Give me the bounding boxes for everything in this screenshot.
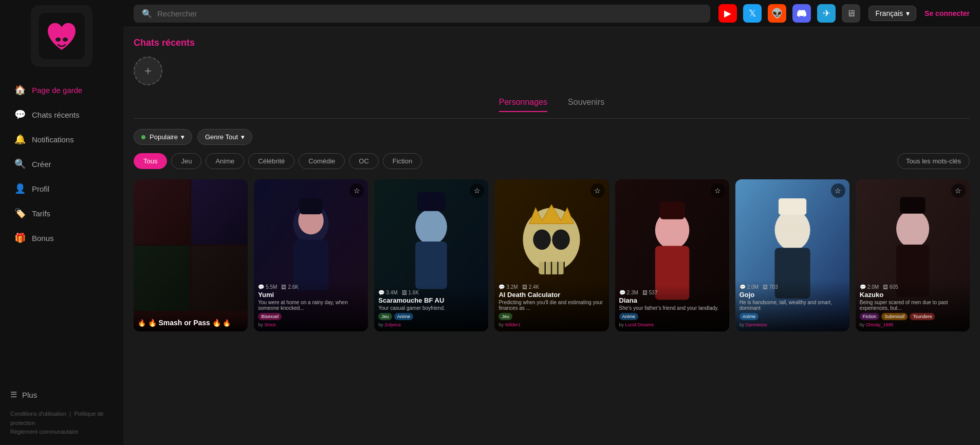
char-card-ai-death[interactable]: ☆ 💬 3.2M 🖼 2.4K AI Death Calculator Pred… (494, 179, 608, 331)
cat-fiction[interactable]: Fiction (383, 153, 422, 169)
sidebar-item-pricing-label: Tarifs (32, 209, 50, 218)
cat-comedie[interactable]: Comédie (299, 153, 345, 169)
scaramouche-images: 🖼 1.6K (402, 290, 419, 295)
sidebar-item-bonus[interactable]: 🎁 Bonus (4, 226, 119, 250)
smash-images (134, 179, 248, 311)
discord-button[interactable] (792, 4, 811, 23)
yumi-desc: You were at home on a rainy day, when so… (258, 300, 364, 311)
diana-favorite-button[interactable]: ☆ (711, 183, 725, 198)
scaramouche-tag-anime: Anime (394, 313, 414, 320)
svg-point-14 (533, 229, 551, 249)
twitter-button[interactable]: 𝕏 (743, 4, 762, 23)
youtube-button[interactable]: ▶ (718, 4, 737, 23)
community-link[interactable]: Règlement communautaire (10, 429, 78, 435)
tab-personnages[interactable]: Personnages (499, 98, 547, 112)
char-card-diana[interactable]: ☆ 💬 2.3M 🖼 537 Diana She's your father's… (615, 179, 729, 331)
char-card-row2-7[interactable] (856, 338, 970, 445)
svg-rect-29 (779, 198, 806, 215)
scaramouche-author: by Zulyeca (378, 322, 484, 327)
char-card-yumi[interactable]: ☆ 💬 5.5M 🖼 2.6K Yumi You were at home on… (254, 179, 368, 331)
smash-img-3 (134, 246, 190, 311)
cat-anime[interactable]: Anime (206, 153, 244, 169)
recent-chats-list: + (134, 57, 970, 85)
kazuko-favorite-button[interactable]: ☆ (951, 183, 966, 198)
search-input[interactable] (157, 9, 702, 18)
svg-rect-34 (900, 197, 925, 214)
characters-grid: 🔥 🔥 Smash or Pass 🔥 🔥 (134, 179, 970, 331)
monitor-button[interactable]: 🖥 (842, 4, 860, 23)
svg-rect-10 (415, 242, 447, 289)
chats-icon: 💬 (14, 109, 26, 120)
genre-dropdown[interactable]: Genre Tout ▾ (197, 129, 252, 145)
main-tabs: Personnages Souvenirs (134, 98, 970, 119)
cat-oc[interactable]: OC (349, 153, 379, 169)
ai-death-desc: Predicting when you'll die and estimatin… (498, 300, 604, 311)
sidebar-item-create[interactable]: 🔍 Créer (4, 152, 119, 176)
smash-img-1 (134, 179, 190, 245)
char-card-row2-3[interactable] (374, 338, 488, 445)
language-dropdown[interactable]: Français ▾ (868, 6, 916, 21)
char-card-row2-5[interactable] (615, 338, 729, 445)
char-card-gojo[interactable]: ☆ 💬 2.0M 🖼 703 Gojo He is handsome, tall… (735, 179, 849, 331)
telegram-button[interactable]: ✈ (817, 4, 836, 23)
profile-icon: 👤 (14, 183, 26, 194)
sort-dropdown[interactable]: Populaire ▾ (134, 129, 192, 145)
char-card-row2-1[interactable] (134, 338, 248, 445)
scaramouche-overlay: 💬 3.4M 🖼 1.6K Scaramouche BF AU Your cas… (374, 286, 488, 332)
all-keywords-button[interactable]: Tous les mots-clés (897, 153, 970, 169)
reddit-button[interactable]: 👽 (768, 4, 786, 23)
bonus-icon: 🎁 (14, 232, 26, 244)
kazuko-overlay: 💬 2.0M 🖼 605 Kazuko Being super scared o… (856, 280, 970, 332)
language-label: Français (875, 9, 903, 17)
diana-messages: 💬 2.3M (619, 290, 638, 295)
scaramouche-tags: Jeu Anime (378, 313, 484, 320)
logo-icon (39, 13, 85, 59)
gojo-overlay: 💬 2.0M 🖼 703 Gojo He is handsome, tall, … (735, 280, 849, 332)
char-card-row2-6[interactable] (735, 338, 849, 445)
tab-souvenirs[interactable]: Souvenirs (568, 98, 604, 112)
kazuko-author: by Ghosty_1995 (860, 322, 966, 327)
char-card-scaramouche[interactable]: ☆ 💬 3.4M 🖼 1.6K Scaramouche BF AU Your c… (374, 179, 488, 331)
ai-death-tags: Jeu (498, 313, 604, 320)
fire-icon-left: 🔥 (138, 319, 146, 327)
diana-images: 🖼 537 (642, 290, 658, 295)
sidebar-item-chats[interactable]: 💬 Chats récents (4, 103, 119, 126)
plus-label: Plus (22, 391, 37, 399)
sidebar-item-notifications[interactable]: 🔔 Notifications (4, 127, 119, 151)
sidebar-item-profile[interactable]: 👤 Profil (4, 177, 119, 200)
cat-tous[interactable]: Tous (134, 153, 167, 169)
kazuko-messages: 💬 2.0M (860, 284, 879, 290)
scaramouche-tag-jeu: Jeu (378, 313, 392, 320)
kazuko-tag-fiction: Fiction (860, 313, 880, 320)
gojo-messages: 💬 2.0M (739, 284, 759, 290)
char-card-kazuko[interactable]: ☆ 💬 2.0M 🖼 605 Kazuko Being super scared… (856, 179, 970, 331)
svg-rect-11 (417, 192, 445, 211)
svg-point-2 (63, 38, 68, 42)
login-button[interactable]: Se connecter (924, 9, 970, 17)
ai-death-images: 🖼 2.4K (522, 284, 540, 290)
create-icon: 🔍 (14, 158, 26, 170)
sidebar-item-create-label: Créer (32, 160, 51, 169)
gojo-favorite-button[interactable]: ☆ (831, 183, 845, 198)
yumi-images: 🖼 2.6K (281, 284, 299, 290)
plus-section[interactable]: ☰ Plus (10, 386, 113, 403)
ai-death-name: AI Death Calculator (498, 291, 604, 299)
sidebar-item-home[interactable]: 🏠 Page de garde (4, 78, 119, 102)
fire-icon-right: 🔥 (223, 319, 231, 327)
cat-celebrite[interactable]: Célébrité (248, 153, 294, 169)
smash-img-2 (191, 179, 248, 245)
terms-link[interactable]: Conditions d'utilisation (10, 411, 66, 417)
pricing-icon: 🏷️ (14, 208, 26, 219)
yumi-overlay: 💬 5.5M 🖼 2.6K Yumi You were at home on a… (254, 280, 368, 332)
char-card-smash-or-pass[interactable]: 🔥 🔥 Smash or Pass 🔥 🔥 (134, 179, 248, 331)
sidebar: 🏠 Page de garde 💬 Chats récents 🔔 Notifi… (0, 0, 123, 445)
char-card-row2-2[interactable] (254, 338, 368, 445)
diana-tags: Anime (619, 313, 725, 320)
ai-death-favorite-button[interactable]: ☆ (590, 183, 605, 198)
gojo-tags: Anime (739, 313, 845, 320)
char-card-row2-4[interactable] (494, 338, 608, 445)
sidebar-item-pricing[interactable]: 🏷️ Tarifs (4, 201, 119, 225)
cat-jeu[interactable]: Jeu (171, 153, 201, 169)
search-bar[interactable]: 🔍 (134, 5, 710, 23)
new-chat-button[interactable]: + (134, 57, 162, 85)
